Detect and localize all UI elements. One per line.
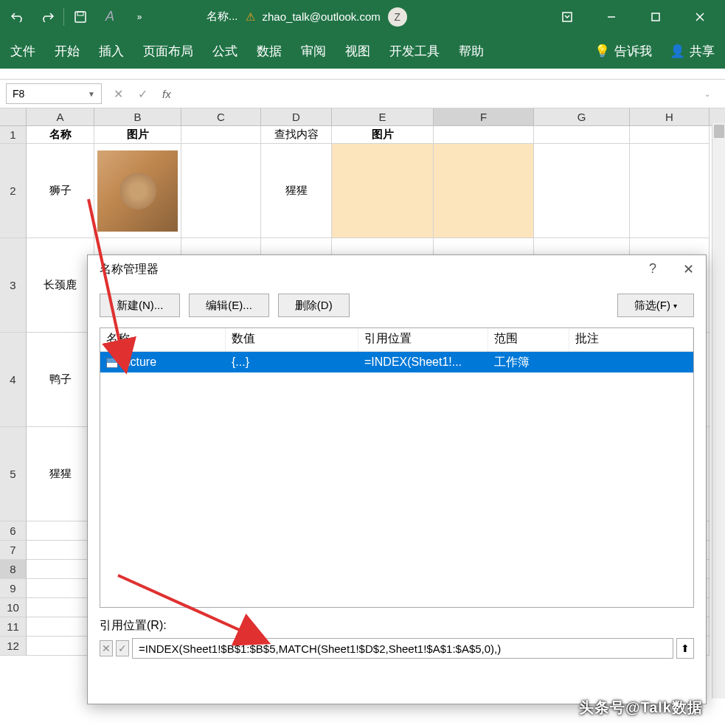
row-header[interactable]: 6 bbox=[0, 521, 27, 541]
tab-help[interactable]: 帮助 bbox=[459, 43, 484, 60]
list-item[interactable]: picture {...} =INDEX(Sheet1!... 工作簿 bbox=[100, 352, 693, 372]
tab-data[interactable]: 数据 bbox=[257, 43, 282, 60]
cell[interactable] bbox=[27, 637, 94, 656]
header-name[interactable]: 名称 bbox=[100, 328, 226, 351]
cell[interactable] bbox=[27, 560, 94, 579]
tab-review[interactable]: 审阅 bbox=[301, 43, 326, 60]
cancel-icon[interactable]: ✕ bbox=[114, 87, 123, 101]
name-box[interactable]: F8 ▼ bbox=[6, 83, 102, 104]
scrollbar-vertical[interactable] bbox=[712, 123, 725, 698]
tab-insert[interactable]: 插入 bbox=[99, 43, 124, 60]
discard-ref-button[interactable]: ✕ bbox=[100, 640, 113, 656]
header-refers[interactable]: 引用位置 bbox=[358, 328, 488, 351]
cell[interactable]: 猩猩 bbox=[261, 144, 332, 238]
row-header[interactable]: 12 bbox=[0, 637, 27, 656]
save-button[interactable] bbox=[66, 2, 95, 32]
cell[interactable] bbox=[181, 144, 261, 238]
ribbon-options-button[interactable] bbox=[545, 0, 589, 33]
cell[interactable]: 图片 bbox=[94, 126, 181, 144]
column-header[interactable]: G bbox=[534, 108, 630, 125]
chevron-down-icon[interactable]: ▼ bbox=[88, 90, 95, 98]
minimize-button[interactable] bbox=[589, 0, 634, 33]
row-header[interactable]: 9 bbox=[0, 579, 27, 598]
refers-to-label: 引用位置(R): bbox=[100, 618, 694, 634]
row-header[interactable]: 3 bbox=[0, 238, 27, 333]
column-header[interactable]: H bbox=[630, 108, 710, 125]
share-button[interactable]: 👤 共享 bbox=[670, 43, 715, 60]
font-button[interactable]: A bbox=[95, 2, 125, 32]
close-button[interactable] bbox=[678, 0, 722, 33]
delete-button[interactable]: 删除(D) bbox=[278, 294, 350, 317]
cell[interactable]: 鸭子 bbox=[27, 333, 94, 427]
fx-icon[interactable]: fx bbox=[162, 88, 171, 100]
edit-button[interactable]: 编辑(E)... bbox=[189, 294, 269, 317]
select-all-button[interactable] bbox=[0, 108, 27, 125]
cell[interactable] bbox=[27, 579, 94, 598]
cell[interactable]: 猩猩 bbox=[27, 427, 94, 521]
header-value[interactable]: 数值 bbox=[226, 328, 358, 351]
cell[interactable] bbox=[434, 144, 534, 238]
cell[interactable]: 名称 bbox=[27, 126, 94, 144]
tab-home[interactable]: 开始 bbox=[55, 43, 80, 60]
chevron-down-icon[interactable]: ⌄ bbox=[704, 90, 710, 98]
cell[interactable] bbox=[94, 144, 181, 238]
lightbulb-icon: 💡 bbox=[594, 44, 610, 59]
row-header[interactable]: 1 bbox=[0, 126, 27, 144]
quick-access-toolbar: A » bbox=[3, 2, 154, 32]
cell[interactable] bbox=[630, 144, 710, 238]
column-header[interactable]: B bbox=[94, 108, 181, 125]
cell[interactable] bbox=[181, 126, 261, 144]
refers-to-input[interactable]: =INDEX(Sheet1!$B$1:$B$5,MATCH(Sheet1!$D$… bbox=[132, 638, 673, 659]
cell[interactable] bbox=[27, 521, 94, 541]
formula-input[interactable]: ⌄ bbox=[180, 83, 716, 104]
dialog-titlebar[interactable]: 名称管理器 ? ✕ bbox=[88, 255, 706, 283]
tab-layout[interactable]: 页面布局 bbox=[143, 43, 193, 60]
filter-button[interactable]: 筛选(F)▾ bbox=[617, 294, 694, 317]
cell[interactable] bbox=[27, 598, 94, 617]
cell[interactable]: 长颈鹿 bbox=[27, 238, 94, 333]
new-button[interactable]: 新建(N)... bbox=[100, 294, 180, 317]
column-header[interactable]: F bbox=[434, 108, 534, 125]
accept-ref-button[interactable]: ✓ bbox=[116, 640, 129, 656]
collapse-dialog-button[interactable]: ⬆ bbox=[676, 638, 694, 659]
row-header[interactable]: 8 bbox=[0, 560, 27, 579]
maximize-button[interactable] bbox=[634, 0, 678, 33]
tab-view[interactable]: 视图 bbox=[345, 43, 370, 60]
cell[interactable] bbox=[27, 541, 94, 560]
cell[interactable]: 查找内容 bbox=[261, 126, 332, 144]
names-list[interactable]: 名称 数值 引用位置 范围 批注 picture {...} =INDEX(Sh… bbox=[100, 327, 694, 608]
row-header[interactable]: 2 bbox=[0, 144, 27, 238]
cell[interactable]: 狮子 bbox=[27, 144, 94, 238]
close-icon[interactable]: ✕ bbox=[683, 261, 694, 277]
row-header[interactable]: 10 bbox=[0, 598, 27, 617]
cell[interactable] bbox=[27, 617, 94, 637]
enter-icon[interactable]: ✓ bbox=[138, 87, 148, 101]
cell[interactable] bbox=[630, 126, 710, 144]
tab-file[interactable]: 文件 bbox=[10, 43, 35, 60]
tab-formulas[interactable]: 公式 bbox=[212, 43, 237, 60]
row-header[interactable]: 7 bbox=[0, 541, 27, 560]
cell[interactable] bbox=[332, 144, 434, 238]
refers-to-section: 引用位置(R): ✕ ✓ =INDEX(Sheet1!$B$1:$B$5,MAT… bbox=[88, 608, 706, 659]
redo-button[interactable] bbox=[32, 2, 62, 32]
qat-more-button[interactable]: » bbox=[125, 2, 154, 32]
cell[interactable] bbox=[534, 126, 630, 144]
column-header[interactable]: C bbox=[181, 108, 261, 125]
scrollbar-thumb[interactable] bbox=[714, 125, 724, 138]
row-header[interactable]: 5 bbox=[0, 427, 27, 521]
undo-button[interactable] bbox=[3, 2, 32, 32]
column-header[interactable]: A bbox=[27, 108, 94, 125]
user-avatar[interactable]: Z bbox=[388, 7, 407, 27]
cell[interactable]: 图片 bbox=[332, 126, 434, 144]
column-header[interactable]: D bbox=[261, 108, 332, 125]
cell[interactable] bbox=[434, 126, 534, 144]
cell[interactable] bbox=[534, 144, 630, 238]
header-comment[interactable]: 批注 bbox=[569, 328, 693, 351]
tell-me[interactable]: 💡 告诉我 bbox=[594, 43, 652, 60]
column-header[interactable]: E bbox=[332, 108, 434, 125]
help-button[interactable]: ? bbox=[649, 261, 656, 277]
row-header[interactable]: 11 bbox=[0, 617, 27, 637]
tab-dev[interactable]: 开发工具 bbox=[389, 43, 440, 60]
header-scope[interactable]: 范围 bbox=[488, 328, 569, 351]
row-header[interactable]: 4 bbox=[0, 333, 27, 427]
